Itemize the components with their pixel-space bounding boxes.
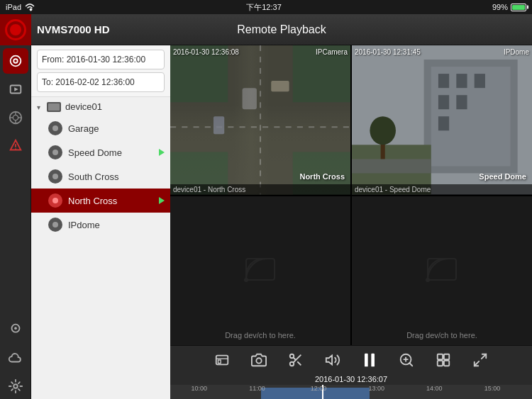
svg-rect-21 <box>243 88 257 109</box>
clip-icon <box>288 352 304 368</box>
pause-icon <box>360 350 379 370</box>
date-from-row[interactable]: From: 2016-01-30 12:36:00 <box>37 50 165 69</box>
video-caption-1: device01 - North Cross <box>170 184 350 195</box>
device-header[interactable]: ▾ device01 <box>31 97 170 116</box>
video-grid: 2016-01-30 12:36:08 IPCamera North Cross… <box>170 45 532 345</box>
camera-label-speed-dome: Speed Dome <box>68 147 159 158</box>
video-placeholder-4 <box>424 252 460 290</box>
svg-marker-50 <box>326 355 332 364</box>
video-label-br-1: North Cross <box>299 172 345 181</box>
svg-rect-28 <box>456 74 467 88</box>
svg-rect-37 <box>246 259 275 280</box>
camera-icon-garage <box>48 121 62 135</box>
date-to-row[interactable]: To: 2016-02-02 12:36:00 <box>37 72 165 92</box>
camera-item-garage[interactable]: Garage <box>31 116 170 140</box>
date-range: From: 2016-01-30 12:36:00 To: 2016-02-02… <box>31 45 170 97</box>
svg-point-15 <box>13 384 18 388</box>
svg-point-38 <box>244 278 248 282</box>
sidebar-icon-settings[interactable] <box>3 373 28 399</box>
status-bar-left: iPad <box>6 3 35 11</box>
main-layout: From: 2016-01-30 12:36:00 To: 2016-02-02… <box>0 45 532 399</box>
svg-point-12 <box>15 148 16 150</box>
camera-item-ipdome[interactable]: IPdome <box>31 213 170 237</box>
camera-item-speed-dome[interactable]: Speed Dome <box>31 140 170 164</box>
timeline-tick-1: 11:00 <box>249 385 265 392</box>
audio-icon <box>325 352 340 368</box>
timeline-tick-5: 15:00 <box>484 385 501 392</box>
svg-point-6 <box>13 115 18 120</box>
layout-icon <box>436 352 451 368</box>
camera-icon-north-cross <box>48 193 62 208</box>
svg-rect-23 <box>214 116 224 134</box>
svg-rect-51 <box>365 353 368 366</box>
camera-label-ipdome: IPdome <box>68 220 165 230</box>
svg-line-48 <box>297 361 301 365</box>
video-placeholder-3 <box>243 252 278 290</box>
svg-point-40 <box>426 278 430 282</box>
svg-point-45 <box>290 354 294 358</box>
sidebar-icon-cloud[interactable] <box>3 345 28 371</box>
toolbar-btn-layout[interactable] <box>432 349 455 371</box>
video-cell-4[interactable]: Drag dev/ch to here. <box>352 196 532 346</box>
svg-line-62 <box>475 361 479 365</box>
video-area: 2016-01-30 12:36:08 IPCamera North Cross… <box>170 45 532 399</box>
svg-marker-4 <box>14 87 18 91</box>
timeline-date: 2016-01-30 12:36:07 <box>170 373 532 385</box>
svg-rect-27 <box>438 74 449 88</box>
timeline-track[interactable]: 10:00 11:00 12:00 13:00 14:00 15:00 <box>170 385 532 399</box>
camera-icon-ipdome <box>48 218 62 232</box>
sidebar-icons <box>0 45 31 399</box>
video-timestamp-2: 2016-01-30 12:31:45 <box>355 48 421 56</box>
svg-rect-39 <box>428 259 456 280</box>
camera-item-north-cross[interactable]: North Cross <box>31 189 170 213</box>
status-bar-time: 下午12:37 <box>246 2 282 13</box>
timeline-tick-3: 13:00 <box>368 385 384 392</box>
toolbar-btn-snapshot[interactable] <box>248 349 270 371</box>
toolbar-btn-audio[interactable] <box>321 349 344 371</box>
wifi-icon <box>24 3 35 11</box>
cast-icon-4 <box>424 252 460 287</box>
svg-rect-58 <box>444 354 449 359</box>
cloud-icon <box>8 350 23 366</box>
camera-item-south-cross[interactable]: South Cross <box>31 164 170 189</box>
svg-rect-32 <box>438 116 449 130</box>
svg-point-36 <box>370 116 396 145</box>
video-cell-2[interactable]: 2016-01-30 12:31:45 IPDome Speed Dome de… <box>352 45 532 195</box>
svg-point-14 <box>14 327 17 330</box>
toolbar-btn-fullscreen[interactable] <box>469 349 492 371</box>
timeline-area[interactable]: 2016-01-30 12:36:07 10:00 11:00 12:00 13… <box>170 373 532 399</box>
camera-icon-speed-dome <box>48 145 62 159</box>
video-label-br-2: Speed Dome <box>479 172 526 181</box>
sidebar-icon-live[interactable] <box>3 48 28 74</box>
video-cell-1[interactable]: 2016-01-30 12:36:08 IPCamera North Cross… <box>170 45 350 195</box>
svg-rect-43 <box>218 360 221 364</box>
battery-icon <box>511 4 526 11</box>
svg-rect-57 <box>438 354 443 359</box>
svg-point-2 <box>14 60 17 62</box>
status-ipad: iPad <box>6 3 21 11</box>
chevron-icon: ▾ <box>37 103 44 111</box>
toolbar-btn-clip[interactable] <box>284 349 307 371</box>
svg-rect-30 <box>438 95 449 109</box>
sidebar-icon-map[interactable] <box>3 317 28 342</box>
camera-live-icon <box>8 53 23 69</box>
remote-icon <box>8 110 23 125</box>
svg-line-61 <box>482 354 486 358</box>
record-sd-icon <box>214 352 230 368</box>
sidebar-icon-alert[interactable] <box>3 133 28 159</box>
cast-icon-3 <box>243 252 278 287</box>
svg-rect-29 <box>475 74 485 88</box>
sidebar-icon-remote[interactable] <box>3 105 28 130</box>
page-title: Remote Playback <box>159 23 404 36</box>
toolbar-btn-zoom[interactable] <box>395 349 418 371</box>
toolbar-btn-pause[interactable] <box>358 349 381 371</box>
camera-label-south-cross: South Cross <box>68 172 165 182</box>
camera-snapshot-icon <box>251 352 267 368</box>
camera-label-garage: Garage <box>68 123 165 134</box>
toolbar-btn-record-sd[interactable] <box>211 349 233 371</box>
svg-rect-22 <box>271 81 289 91</box>
zoom-icon <box>399 352 414 368</box>
video-cell-3[interactable]: Drag dev/ch to here. <box>170 196 350 346</box>
sidebar-icon-playback[interactable] <box>3 77 28 102</box>
app-icon <box>5 19 26 40</box>
